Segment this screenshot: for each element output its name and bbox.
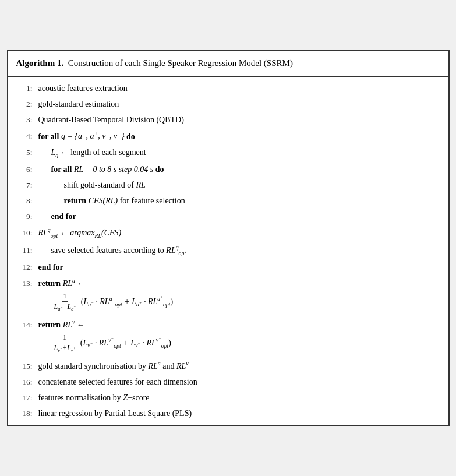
keyword-for-all-4: for all xyxy=(38,132,59,140)
line-content-16: concatenate selected features for each d… xyxy=(38,375,440,389)
line-content-9: end for xyxy=(38,210,440,223)
keyword-return-8: return xyxy=(64,196,87,205)
math-formula-inner-14: Lv− · RLv−opt + Lv+ · RLv+opt xyxy=(83,339,169,347)
line-num-11: 11: xyxy=(16,244,33,257)
frac-den-14: Lv−+Lv+ xyxy=(53,343,77,354)
line-num-7: 7: xyxy=(16,179,33,192)
keyword-return-13: return xyxy=(38,279,61,288)
line-num-14: 14: xyxy=(16,319,33,332)
keyword-end-for-9: end for xyxy=(51,212,76,221)
algo-line-3: 3: Quadrant-Based Temporal Division (QBT… xyxy=(8,112,448,128)
algo-line-8: 8: return CFS(RL) for feature selection xyxy=(8,193,448,209)
math-rla-15: RLa xyxy=(148,362,160,371)
math-rla: RLa xyxy=(63,279,75,288)
algo-line-17: 17: features normalisation by Z−score xyxy=(8,390,448,406)
keyword-do-6: do xyxy=(155,165,164,174)
line-content-5: Lq ← length of each segment xyxy=(38,146,440,160)
algo-line-16: 16: concatenate selected features for ea… xyxy=(8,374,448,390)
line-content-18: linear regression by Partial Least Squar… xyxy=(38,407,440,420)
algo-line-1: 1: acoustic features extraction xyxy=(8,80,448,96)
algo-line-15: 15: gold standard synchronisation by RLa… xyxy=(8,358,448,374)
line-num-6: 6: xyxy=(16,163,33,176)
algo-line-18: 18: linear regression by Partial Least S… xyxy=(8,406,448,421)
line-content-3: Quadrant-Based Temporal Division (QBTD) xyxy=(38,113,440,126)
formula-parens-13: (La− · RLa−opt + La+ · RLa+opt) xyxy=(81,297,173,306)
line-content-10: RLqopt ← argmaxRL(CFS) xyxy=(38,226,440,241)
line-num-3: 3: xyxy=(16,114,33,126)
line-num-18: 18: xyxy=(16,407,33,420)
line-content-8: return CFS(RL) for feature selection xyxy=(38,194,440,207)
algo-line-5: 5: Lq ← length of each segment xyxy=(8,144,448,161)
line-num-5: 5: xyxy=(16,146,33,159)
algorithm-box: Algorithm 1. Construction of each Single… xyxy=(7,50,450,426)
math-zscore: Z xyxy=(123,393,128,402)
math-rl-opt-q: RLqopt xyxy=(38,228,58,237)
algorithm-label: Algorithm 1. xyxy=(16,58,64,68)
frac-den-13: La−+La+ xyxy=(53,302,77,313)
math-rlv-15: RLv xyxy=(176,362,189,371)
math-argmax: argmaxRL(CFS) xyxy=(70,228,121,237)
line-content-15: gold standard synchronisation by RLa and… xyxy=(38,359,440,373)
formula-14: 1 Lv−+Lv+ (Lv− · RLv−opt + Lv+ · RLv+opt… xyxy=(8,333,448,358)
line-content-2: gold-standard estimation xyxy=(38,97,440,111)
algo-line-2: 2: gold-standard estimation xyxy=(8,96,448,112)
algo-line-4: 4: for all q = {a−, a+, v−, v+} do xyxy=(8,128,448,144)
line-content-6: for all RL = 0 to 8 s step 0.04 s do xyxy=(38,163,440,176)
line-content-12: end for xyxy=(38,260,440,274)
formula-13: 1 La−+La+ (La− · RLa−opt + La+ · RLa+opt… xyxy=(8,291,448,316)
frac-num-13: 1 xyxy=(62,291,68,302)
algorithm-body: 1: acoustic features extraction 2: gold-… xyxy=(8,77,448,425)
algo-line-12: 12: end for xyxy=(8,259,448,275)
algo-line-9: 9: end for xyxy=(8,209,448,224)
keyword-do-4: do xyxy=(126,132,135,140)
line-content-7: shift gold-standard of RL xyxy=(38,178,440,192)
line-num-10: 10: xyxy=(16,227,33,239)
line-content-13: return RLa ← xyxy=(38,276,440,290)
algo-line-7: 7: shift gold-standard of RL xyxy=(8,177,448,193)
math-cfs-rl: CFS(RL) xyxy=(89,196,118,205)
line-num-1: 1: xyxy=(16,82,33,95)
line-num-13: 13: xyxy=(16,277,33,290)
math-rl-opt-q-11: RLqopt xyxy=(166,246,186,255)
line-content-14: return RLv ← xyxy=(38,318,440,332)
line-num-2: 2: xyxy=(16,98,33,111)
line-content-4: for all q = {a−, a+, v−, v+} do xyxy=(38,129,440,143)
line-num-17: 17: xyxy=(16,392,33,404)
line-num-9: 9: xyxy=(16,210,33,223)
keyword-for-all-6: for all xyxy=(51,165,72,174)
algorithm-title: Algorithm 1. Construction of each Single… xyxy=(16,57,440,70)
formula-parens-14: (Lv− · RLv−opt + Lv+ · RLv+opt) xyxy=(80,339,171,347)
frac-num-14: 1 xyxy=(62,333,68,343)
line-num-8: 8: xyxy=(16,195,33,207)
line-content-1: acoustic features extraction xyxy=(38,82,440,95)
algo-line-6: 6: for all RL = 0 to 8 s step 0.04 s do xyxy=(8,161,448,177)
math-rlv: RLv xyxy=(63,320,75,329)
algorithm-header: Algorithm 1. Construction of each Single… xyxy=(8,51,448,77)
line-content-17: features normalisation by Z−score xyxy=(38,391,440,404)
line-num-16: 16: xyxy=(16,376,33,389)
keyword-end-for-12: end for xyxy=(38,263,63,272)
math-lq: Lq xyxy=(51,148,59,157)
line-num-12: 12: xyxy=(16,261,33,274)
keyword-return-14: return xyxy=(38,320,61,329)
fraction-14: 1 Lv−+Lv+ xyxy=(53,333,77,354)
math-formula-inner-13: La− · RLa−opt + La+ · RLa+opt xyxy=(83,297,170,306)
math-rl-7: RL xyxy=(136,181,146,189)
algo-line-11: 11: save selected features according to … xyxy=(8,242,448,259)
line-content-11: save selected features according to RLqo… xyxy=(38,243,440,258)
algo-line-14: 14: return RLv ← xyxy=(8,316,448,333)
algo-line-13: 13: return RLa ← xyxy=(8,275,448,291)
line-num-15: 15: xyxy=(16,360,33,373)
math-rl-range: RL = 0 to 8 s step 0.04 s xyxy=(74,165,155,174)
line-num-4: 4: xyxy=(16,130,33,143)
fraction-13: 1 La−+La+ xyxy=(53,291,77,313)
algo-line-10: 10: RLqopt ← argmaxRL(CFS) xyxy=(8,225,448,242)
math-q-set: q = {a−, a+, v−, v+} xyxy=(61,132,126,140)
